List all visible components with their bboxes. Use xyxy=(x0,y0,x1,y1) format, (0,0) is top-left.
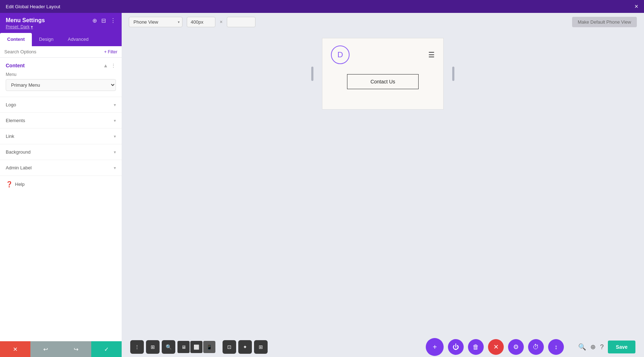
columns-icon[interactable]: ⊟ xyxy=(101,17,106,24)
help-row[interactable]: ❓ Help xyxy=(0,175,122,193)
tab-content[interactable]: Content xyxy=(0,33,32,46)
tabs: Content Design Advanced xyxy=(0,33,122,46)
save-button[interactable]: Save xyxy=(608,341,635,353)
x-icon: ✕ xyxy=(493,343,499,351)
help-question-button[interactable]: ? xyxy=(600,343,604,351)
elements-label: Elements xyxy=(6,118,25,123)
phone-frame-wrapper: D ☰ Contact Us xyxy=(322,38,444,110)
filter-button[interactable]: + Filter xyxy=(104,49,117,54)
link-label: Link xyxy=(6,134,14,139)
close-button[interactable]: × xyxy=(634,3,638,10)
hamburger-icon: ☰ xyxy=(428,50,435,59)
modules-icon: ⊞ xyxy=(259,344,263,350)
admin-label-arrow: ▾ xyxy=(114,165,116,170)
logo-letter: D xyxy=(337,50,343,59)
view-select[interactable]: Phone View Tablet View Desktop View xyxy=(129,17,182,27)
preset-label[interactable]: Preset: Dark ▾ xyxy=(6,24,45,29)
resize-handle-right[interactable] xyxy=(452,67,454,81)
redo-icon: ↪ xyxy=(74,346,78,353)
sparkle-btn[interactable]: ✦ xyxy=(238,340,252,354)
admin-label-row[interactable]: Admin Label ▾ xyxy=(0,160,122,175)
module-title: Menu Settings xyxy=(6,17,45,24)
global-search-button[interactable]: 🔍 xyxy=(578,343,586,351)
panel-header-icons: ⊕ ⊟ ⋮ xyxy=(92,17,116,24)
globe-button[interactable]: ⊕ xyxy=(590,343,596,351)
background-label: Background xyxy=(6,149,30,155)
canvas-area: D ☰ Contact Us xyxy=(122,31,644,357)
delete-button[interactable]: 🗑 xyxy=(468,339,484,355)
desktop-icon: 🖥 xyxy=(181,344,186,350)
menu-label: Menu xyxy=(6,72,116,77)
settings-button[interactable]: ⚙ xyxy=(508,339,524,355)
left-panel: Menu Settings Preset: Dark ▾ ⊕ ⊟ ⋮ Conte… xyxy=(0,13,122,357)
bottom-bar: ✕ ↩ ↪ ✓ xyxy=(0,341,122,357)
target-icon[interactable]: ⊕ xyxy=(92,17,97,24)
grid-button[interactable]: ⊞ xyxy=(146,340,160,354)
make-default-button[interactable]: Make Default Phone View xyxy=(572,17,637,27)
help-label: Help xyxy=(15,182,25,187)
timer-button[interactable]: ⏱ xyxy=(528,339,544,355)
menu-group: Menu Primary Menu xyxy=(0,72,122,97)
width-input[interactable] xyxy=(187,17,215,27)
top-bar-title: Edit Global Header Layout xyxy=(6,4,60,9)
background-row[interactable]: Background ▾ xyxy=(0,144,122,160)
desktop-view-button[interactable]: 🖥 xyxy=(177,341,190,353)
view-icon-group: 🖥 ⬜ 📱 xyxy=(177,341,215,353)
logo-label: Logo xyxy=(6,102,16,107)
panel-header: Menu Settings Preset: Dark ▾ ⊕ ⊟ ⋮ xyxy=(0,13,122,33)
search-icon: 🔍 xyxy=(578,343,586,351)
more-vert-button[interactable]: ⋮ xyxy=(130,340,144,354)
collapse-icon[interactable]: ▲ xyxy=(103,63,108,68)
confirm-button[interactable]: ✓ xyxy=(91,341,122,357)
layout-btn[interactable]: ⊡ xyxy=(223,340,236,354)
tablet-icon: ⬜ xyxy=(194,344,199,350)
undo-icon: ↩ xyxy=(43,346,48,353)
add-button[interactable]: + xyxy=(426,338,444,356)
cancel-button[interactable]: ✕ xyxy=(0,341,30,357)
more-vert-icon: ⋮ xyxy=(135,344,140,350)
phone-frame: D ☰ Contact Us xyxy=(322,38,444,110)
clear-width-button[interactable]: × xyxy=(220,19,223,25)
background-arrow: ▾ xyxy=(114,150,116,155)
sparkle-icon: ✦ xyxy=(243,344,247,350)
clock-icon: ⏱ xyxy=(533,343,539,351)
link-arrow: ▾ xyxy=(114,134,116,139)
contact-us-button[interactable]: Contact Us xyxy=(347,74,419,89)
logo-circle: D xyxy=(331,45,350,64)
extra-input[interactable] xyxy=(227,17,255,27)
close-module-button[interactable]: ✕ xyxy=(488,339,504,355)
top-bar: Edit Global Header Layout × xyxy=(0,0,644,13)
phone-header: D ☰ xyxy=(322,38,443,71)
tab-advanced[interactable]: Advanced xyxy=(61,33,96,46)
search-bar: + Filter xyxy=(0,46,122,58)
content-section-header: Content ▲ ⋮ xyxy=(0,58,122,72)
search-bar-button[interactable]: 🔍 xyxy=(162,340,175,354)
tab-design[interactable]: Design xyxy=(32,33,60,46)
plus-icon: + xyxy=(433,343,437,351)
menu-select[interactable]: Primary Menu xyxy=(6,79,116,91)
elements-arrow: ▾ xyxy=(114,118,116,123)
question-icon: ? xyxy=(600,343,604,351)
resize-button[interactable]: ↕ xyxy=(548,339,564,355)
logo-row[interactable]: Logo ▾ xyxy=(0,97,122,112)
resize-icon: ↕ xyxy=(555,343,558,351)
tablet-view-button[interactable]: ⬜ xyxy=(190,341,203,353)
grid-icon: ⊞ xyxy=(151,344,155,350)
trash-icon: 🗑 xyxy=(473,343,479,351)
search-input[interactable] xyxy=(4,49,101,54)
phone-icon: 📱 xyxy=(206,344,212,350)
undo-button[interactable]: ↩ xyxy=(30,341,61,357)
resize-handle-left[interactable] xyxy=(311,67,313,81)
phone-view-button[interactable]: 📱 xyxy=(203,341,215,353)
cancel-icon: ✕ xyxy=(13,346,18,353)
elements-row[interactable]: Elements ▾ xyxy=(0,112,122,128)
modules-btn[interactable]: ⊞ xyxy=(254,340,268,354)
link-row[interactable]: Link ▾ xyxy=(0,128,122,144)
redo-button[interactable]: ↪ xyxy=(61,341,91,357)
power-icon: ⏻ xyxy=(453,343,459,351)
more-icon[interactable]: ⋮ xyxy=(110,17,116,24)
more-section-icon[interactable]: ⋮ xyxy=(111,63,116,68)
float-right-actions: + ⏻ 🗑 ✕ ⚙ ⏱ ↕ 🔍 ⊕ ? Save xyxy=(426,338,635,356)
admin-label-label: Admin Label xyxy=(6,165,31,170)
power-button[interactable]: ⏻ xyxy=(448,339,464,355)
